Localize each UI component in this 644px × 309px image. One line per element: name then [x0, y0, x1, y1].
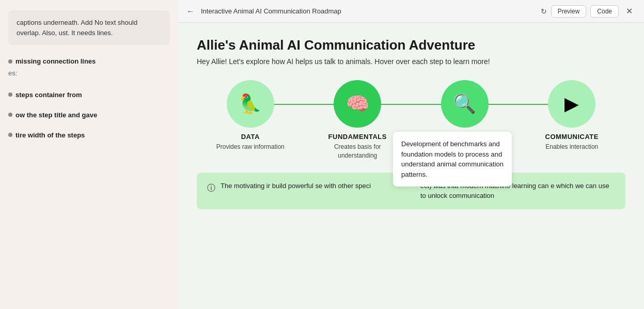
- step-icon-decode: 🔍: [453, 93, 476, 115]
- sidebar-section-subtitle-1: es:: [8, 68, 170, 79]
- code-button[interactable]: Code: [590, 5, 619, 18]
- sidebar-section-3: ow the step title and gave: [8, 111, 170, 119]
- step-icon-communicate: ▶: [564, 93, 579, 115]
- close-button[interactable]: ✕: [623, 5, 636, 17]
- info-icon: ⓘ: [207, 182, 215, 194]
- dot-icon: [8, 59, 12, 64]
- page-subtitle: Hey Allie! Let's explore how AI helps us…: [197, 57, 625, 66]
- sidebar-section-title-4: tire width of the steps: [8, 131, 170, 139]
- dot-icon-2: [8, 92, 12, 97]
- step-communicate[interactable]: ▶ COMMUNICATE Enables interaction: [530, 80, 613, 151]
- browser-actions: ↻ Preview Code ✕: [541, 5, 636, 18]
- sidebar-section-4: tire width of the steps: [8, 131, 170, 139]
- step-circle-decode: 🔍: [441, 80, 489, 128]
- sidebar-note-1: captions underneath. Add No text should …: [8, 10, 170, 45]
- step-circle-communicate: ▶: [548, 80, 595, 128]
- back-button[interactable]: ←: [186, 7, 195, 16]
- step-icon-fundamentals: 🧠: [346, 93, 369, 115]
- step-title-communicate: COMMUNICATE: [545, 133, 599, 141]
- step-title-data: DATA: [241, 133, 260, 141]
- step-desc-fundamentals: Creates basis for understanding: [316, 143, 399, 160]
- step-circle-fundamentals: 🧠: [334, 80, 381, 128]
- main-panel: ← Interactive Animal AI Communication Ro…: [178, 0, 644, 309]
- roadmap-container: 🦜 DATA Provides raw information 🧠 FUNDAM…: [197, 80, 625, 160]
- browser-bar: ← Interactive Animal AI Communication Ro…: [178, 0, 644, 23]
- sidebar-section-title-3: ow the step title and gave: [8, 111, 170, 119]
- info-text-left: The motivating ir build powerful se with…: [221, 181, 415, 191]
- dot-icon-4: [8, 133, 12, 137]
- step-data[interactable]: 🦜 DATA Provides raw information: [209, 80, 292, 151]
- preview-area: Allie's Animal AI Communication Adventur…: [178, 23, 644, 309]
- step-circle-data: 🦜: [227, 80, 274, 128]
- preview-button[interactable]: Preview: [551, 5, 587, 18]
- sidebar-section-1: missing connection lines es:: [8, 57, 170, 79]
- refresh-icon[interactable]: ↻: [541, 7, 547, 16]
- sidebar-section-title-2: steps container from: [8, 91, 170, 99]
- step-icon-data: 🦜: [239, 93, 262, 115]
- page-title: Allie's Animal AI Communication Adventur…: [197, 37, 625, 53]
- step-desc-data: Provides raw information: [216, 143, 285, 151]
- sidebar-section-title-1: missing connection lines: [8, 57, 170, 65]
- sidebar-note-text: captions underneath. Add No text should …: [17, 19, 137, 37]
- browser-title: Interactive Animal AI Communication Road…: [201, 7, 535, 15]
- tooltip-text: Development of benchmarks and foundation…: [401, 140, 504, 178]
- sidebar-panel: captions underneath. Add No text should …: [0, 0, 178, 309]
- step-desc-communicate: Enables interaction: [545, 143, 598, 151]
- tooltip-popup: Development of benchmarks and foundation…: [393, 132, 512, 187]
- step-fundamentals[interactable]: 🧠 FUNDAMENTALS Creates basis for underst…: [316, 80, 399, 160]
- step-title-fundamentals: FUNDAMENTALS: [328, 133, 387, 141]
- dot-icon-3: [8, 113, 12, 117]
- sidebar-section-2: steps container from: [8, 91, 170, 99]
